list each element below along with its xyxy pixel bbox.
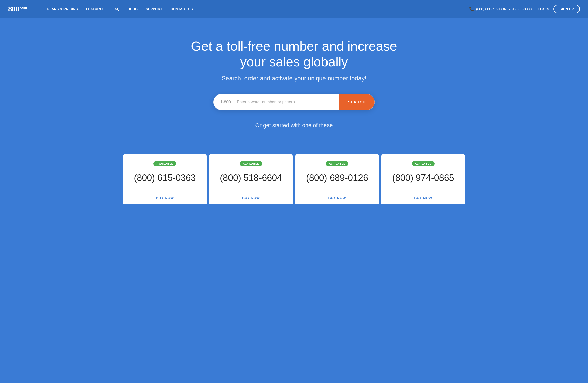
phone-card-0: AVAILABLE (800) 615-0363 BUY NOW — [123, 154, 207, 204]
nav-item-features[interactable]: FEATURES — [82, 7, 109, 11]
nav-item-faq[interactable]: FAQ — [109, 7, 124, 11]
available-badge-3: AVAILABLE — [412, 161, 435, 166]
nav: PLANS & PRICING FEATURES FAQ BLOG SUPPOR… — [43, 7, 469, 11]
phone-number-0: (800) 615-0363 — [134, 170, 196, 191]
search-prefix: 1-800 — [213, 100, 235, 104]
buy-now-button-1[interactable]: BUY NOW — [214, 191, 288, 204]
logo-number: 800 — [8, 5, 19, 13]
phone-card-2: AVAILABLE (800) 689-0126 BUY NOW — [295, 154, 379, 204]
nav-item-contact-us[interactable]: CONTACT US — [167, 7, 197, 11]
search-bar: 1-800 SEARCH — [213, 94, 375, 110]
phone-card-3: AVAILABLE (800) 974-0865 BUY NOW — [381, 154, 465, 204]
phone-number-1: (800) 518-6604 — [220, 170, 282, 191]
nav-item-blog[interactable]: BLOG — [124, 7, 142, 11]
available-badge-0: AVAILABLE — [153, 161, 176, 166]
hero-section: Get a toll-free number and increase your… — [0, 18, 588, 154]
nav-item-support[interactable]: SUPPORT — [142, 7, 167, 11]
logo-suffix: .com — [20, 5, 27, 9]
cards-grid: AVAILABLE (800) 615-0363 BUY NOW AVAILAB… — [122, 154, 466, 204]
hero-title: Get a toll-free number and increase your… — [181, 38, 407, 70]
phone-card-1: AVAILABLE (800) 518-6604 BUY NOW — [209, 154, 293, 204]
buy-now-button-3[interactable]: BUY NOW — [386, 191, 460, 204]
signup-button[interactable]: SIGN UP — [553, 5, 580, 13]
phone-number-2: (800) 689-0126 — [306, 170, 368, 191]
login-button[interactable]: LOGIN — [538, 7, 549, 11]
logo[interactable]: 800.com — [8, 5, 27, 13]
or-text: Or get started with one of these — [255, 122, 333, 129]
search-button[interactable]: SEARCH — [339, 94, 375, 110]
available-badge-1: AVAILABLE — [240, 161, 262, 166]
buy-now-button-0[interactable]: BUY NOW — [128, 191, 202, 204]
hero-subtitle: Search, order and activate your unique n… — [222, 75, 366, 82]
logo-text: 800.com — [8, 5, 27, 13]
phone-number-3: (800) 974-0865 — [392, 170, 454, 191]
phone-cards-section: AVAILABLE (800) 615-0363 BUY NOW AVAILAB… — [0, 154, 588, 204]
search-input[interactable] — [235, 100, 339, 104]
phone-numbers: (800) 800-4321 OR (201) 800-0000 — [476, 7, 532, 11]
header-divider — [38, 5, 38, 14]
header: 800.com PLANS & PRICING FEATURES FAQ BLO… — [0, 0, 588, 18]
phone-icon: 📞 — [469, 7, 474, 11]
buy-now-button-2[interactable]: BUY NOW — [300, 191, 374, 204]
available-badge-2: AVAILABLE — [326, 161, 348, 166]
header-actions: LOGIN SIGN UP — [538, 5, 580, 13]
header-phone: 📞 (800) 800-4321 OR (201) 800-0000 — [469, 7, 532, 11]
nav-item-plans-pricing[interactable]: PLANS & PRICING — [43, 7, 82, 11]
